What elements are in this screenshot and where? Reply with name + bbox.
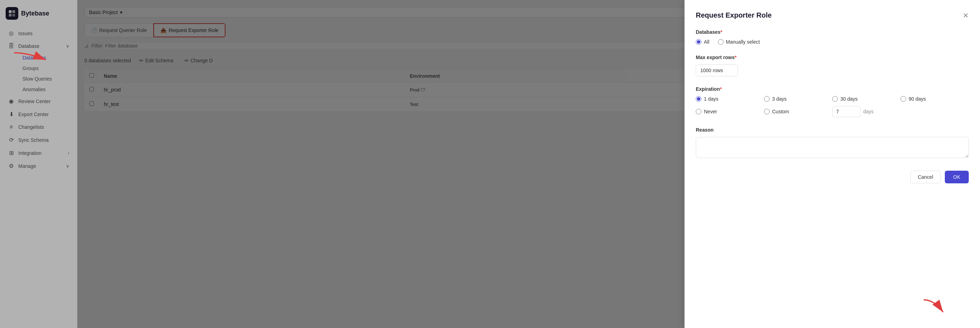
radio-90days[interactable]: 90 days: [900, 96, 969, 102]
radio-3days-input[interactable]: [764, 96, 770, 102]
modal-overlay: Request Exporter Role ✕ Databases* All M…: [0, 0, 980, 328]
radio-custom[interactable]: Custom: [764, 109, 789, 115]
reason-section: Reason: [696, 127, 969, 159]
radio-never-input[interactable]: [696, 109, 702, 115]
ok-button[interactable]: OK: [945, 171, 969, 183]
databases-radio-group: All Manually select: [696, 39, 969, 45]
radio-30days-input[interactable]: [832, 96, 838, 102]
radio-never[interactable]: Never: [696, 109, 764, 115]
close-button[interactable]: ✕: [963, 12, 969, 19]
radio-1days[interactable]: 1 days: [696, 96, 764, 102]
max-export-rows-section: Max export rows*: [696, 54, 969, 76]
max-export-rows-label: Max export rows*: [696, 54, 969, 60]
custom-input-wrap: days: [832, 106, 900, 117]
radio-30days[interactable]: 30 days: [832, 96, 900, 102]
radio-manually-input[interactable]: [718, 39, 724, 45]
expiration-section: Expiration* 1 days 3 days 30 days 90 da: [696, 86, 969, 117]
required-star: *: [735, 54, 736, 60]
custom-days-wrap: Custom: [764, 109, 832, 115]
radio-custom-input[interactable]: [764, 109, 770, 115]
arrow-annotation: [920, 296, 948, 317]
reason-label: Reason: [696, 127, 969, 133]
modal-footer: Cancel OK: [696, 171, 969, 183]
radio-90days-input[interactable]: [900, 96, 906, 102]
cancel-button[interactable]: Cancel: [910, 171, 940, 183]
rows-input-wrap: [696, 64, 969, 76]
databases-label: Databases*: [696, 29, 969, 35]
radio-all-input[interactable]: [696, 39, 702, 45]
radio-all[interactable]: All: [696, 39, 710, 45]
required-star: *: [720, 86, 721, 92]
modal: Request Exporter Role ✕ Databases* All M…: [684, 0, 980, 328]
required-star: *: [721, 29, 722, 35]
rows-input[interactable]: [696, 64, 738, 76]
radio-1days-input[interactable]: [696, 96, 702, 102]
custom-days-input[interactable]: [832, 106, 861, 117]
modal-header: Request Exporter Role ✕: [696, 11, 969, 19]
days-label: days: [863, 109, 874, 115]
reason-input[interactable]: [696, 137, 969, 158]
expiration-grid: 1 days 3 days 30 days 90 days Never: [696, 96, 969, 117]
databases-section: Databases* All Manually select: [696, 29, 969, 45]
radio-manually[interactable]: Manually select: [718, 39, 760, 45]
modal-title: Request Exporter Role: [696, 11, 772, 19]
expiration-label: Expiration*: [696, 86, 969, 92]
radio-3days[interactable]: 3 days: [764, 96, 832, 102]
